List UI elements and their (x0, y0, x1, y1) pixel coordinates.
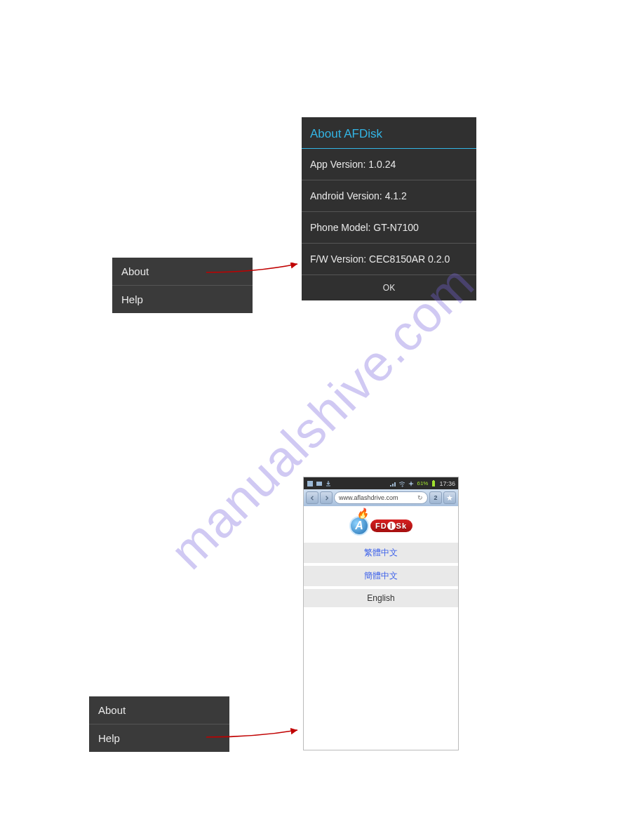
android-version-label: Android Version: (310, 190, 382, 201)
logo-letter: A (355, 519, 363, 532)
about-dialog: About AFDisk App Version: 1.0.24 Android… (302, 117, 476, 300)
logo-char: D (381, 522, 387, 530)
flame-icon: 🔥 (356, 508, 368, 519)
back-button[interactable] (306, 491, 318, 504)
browser-nav-bar: www.aflashdrive.com ↻ 2 ★ (304, 489, 458, 506)
phone-model-label: Phone Model: (310, 222, 370, 233)
refresh-icon[interactable]: ↻ (417, 494, 423, 501)
phone-model-value: GT-N7100 (373, 222, 419, 233)
about-row-app-version: App Version: 1.0.24 (302, 149, 476, 180)
menu-item-help[interactable]: Help (89, 724, 229, 752)
browser-window: 61% 17:36 www.aflashdrive.com ↻ 2 ★ 🔥 A (303, 477, 459, 750)
svg-rect-1 (316, 482, 322, 486)
status-left-icons (307, 480, 332, 487)
clock-text: 17:36 (439, 480, 455, 487)
logo-char: k (402, 522, 406, 530)
options-menu-top: About Help (112, 258, 253, 313)
android-version-value: 4.1.2 (385, 190, 407, 201)
menu-item-help[interactable]: Help (112, 286, 253, 313)
airplane-icon (408, 480, 415, 487)
about-row-android-version: Android Version: 4.1.2 (302, 180, 476, 212)
menu-item-about[interactable]: About (89, 696, 229, 724)
lang-english[interactable]: English (304, 589, 458, 607)
logo-pill: F D i S k (370, 519, 412, 532)
app-version-label: App Version: (310, 159, 365, 170)
url-input[interactable]: www.aflashdrive.com ↻ (334, 491, 428, 504)
ok-button[interactable]: OK (302, 275, 476, 300)
status-right-icons: 61% 17:36 (389, 480, 455, 487)
signal-icon (389, 480, 396, 487)
logo-circle: 🔥 A (349, 516, 369, 536)
app-icon (307, 480, 314, 487)
download-icon (325, 480, 332, 487)
wifi-icon (398, 480, 405, 487)
logo-char: F (375, 522, 380, 530)
svg-rect-3 (433, 480, 434, 481)
browser-content: 🔥 A F D i S k 繁體中文 簡體中文 English (304, 506, 458, 750)
svg-rect-0 (307, 481, 313, 486)
fw-version-value: CEC8150AR 0.2.0 (369, 253, 450, 265)
url-text: www.aflashdrive.com (339, 494, 398, 501)
logo-char: i (387, 522, 396, 530)
about-row-phone-model: Phone Model: GT-N7100 (302, 212, 476, 244)
lang-traditional-chinese[interactable]: 繁體中文 (304, 543, 458, 563)
about-row-fw-version: F/W Version: CEC8150AR 0.2.0 (302, 244, 476, 275)
site-logo: 🔥 A F D i S k (304, 506, 458, 543)
logo-char: S (396, 522, 401, 530)
fw-version-label: F/W Version: (310, 253, 366, 265)
bookmark-button[interactable]: ★ (443, 491, 456, 504)
gallery-icon (316, 480, 323, 487)
svg-rect-2 (432, 481, 435, 486)
lang-simplified-chinese[interactable]: 簡體中文 (304, 566, 458, 586)
status-bar: 61% 17:36 (304, 477, 458, 489)
app-version-value: 1.0.24 (368, 159, 396, 170)
battery-icon (430, 480, 437, 487)
about-dialog-title: About AFDisk (302, 117, 476, 149)
options-menu-bottom: About Help (89, 696, 229, 752)
menu-item-about[interactable]: About (112, 258, 253, 286)
forward-button[interactable] (320, 491, 333, 504)
tabs-button[interactable]: 2 (429, 491, 442, 504)
battery-percent: 61% (417, 480, 428, 486)
language-list: 繁體中文 簡體中文 English (304, 543, 458, 607)
